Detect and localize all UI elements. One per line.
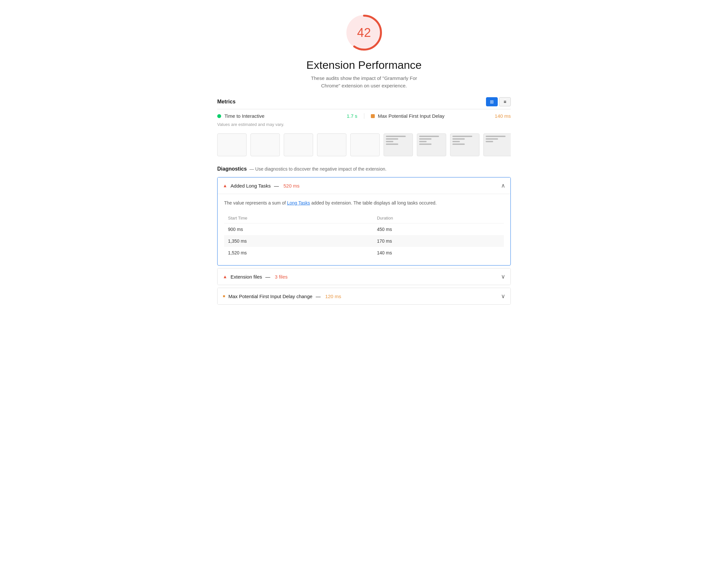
metrics-divider [364, 113, 364, 119]
fid-value: 140 ms [495, 113, 511, 119]
col-duration: Duration [373, 213, 504, 224]
thumb-line-13 [486, 136, 505, 137]
diagnostic-extension-files-value: 3 files [275, 274, 288, 280]
cell-duration-2: 170 ms [373, 235, 504, 247]
diagnostic-long-tasks-value: 520 ms [283, 183, 300, 188]
chevron-up-icon: ∧ [501, 182, 505, 189]
view-toggle: ⊞ ≡ [486, 97, 511, 106]
thumb-line-10 [452, 138, 465, 140]
diagnostic-long-tasks-dash: — [274, 183, 279, 188]
page-subtitle: These audits show the impact of "Grammar… [302, 75, 426, 89]
score-circle: 42 [344, 13, 384, 52]
diagnostic-left-3: ■ Max Potential First Input Delay change… [223, 294, 341, 299]
metric-tti: Time to Interactive 1.7 s [217, 113, 358, 119]
cell-duration-3: 140 ms [373, 247, 504, 259]
toggle-list-button[interactable]: ≡ [499, 97, 511, 106]
description-before: The value represents a sum of [224, 200, 287, 206]
fid-label: Max Potential First Input Delay [378, 113, 492, 119]
thumb-line-11 [452, 141, 460, 142]
thumbnail-2 [251, 133, 280, 156]
long-tasks-table: Start Time Duration 900 ms 450 ms 1,350 … [224, 213, 504, 259]
toggle-grid-button[interactable]: ⊞ [486, 97, 498, 106]
diagnostic-long-tasks-body: The value represents a sum of Long Tasks… [217, 194, 511, 265]
table-body: 900 ms 450 ms 1,350 ms 170 ms 1,520 ms 1… [224, 224, 504, 259]
fid-square-icon [371, 114, 375, 118]
metrics-title: Metrics [217, 99, 235, 105]
table-head: Start Time Duration [224, 213, 504, 224]
thumbnails-row [217, 133, 511, 156]
diagnostic-fid-change-name: Max Potential First Input Delay change [228, 294, 312, 299]
description-after: added by extension. The table displays a… [310, 200, 437, 206]
diagnostic-fid-change: ■ Max Potential First Input Delay change… [217, 288, 511, 305]
chevron-down-icon-2: ∨ [501, 273, 505, 280]
table-header-row: Start Time Duration [224, 213, 504, 224]
chevron-down-icon-3: ∨ [501, 293, 505, 300]
grid-icon: ⊞ [490, 99, 494, 104]
metrics-row: Time to Interactive 1.7 s Max Potential … [217, 113, 511, 119]
thumbnail-4 [317, 133, 346, 156]
long-tasks-link[interactable]: Long Tasks [287, 200, 310, 206]
thumb-line-2 [386, 138, 398, 140]
thumb-line-7 [419, 141, 426, 142]
thumb-line-3 [386, 141, 393, 142]
diagnostic-fid-change-dash: — [316, 294, 321, 299]
diagnostic-extension-files-header[interactable]: ▲ Extension files — 3 files ∨ [217, 268, 511, 285]
thumb-line-8 [419, 143, 432, 145]
table-row: 1,520 ms 140 ms [224, 247, 504, 259]
diagnostic-left: ▲ Added Long Tasks — 520 ms [223, 183, 300, 188]
table-row: 1,350 ms 170 ms [224, 235, 504, 247]
thumbnail-7 [417, 133, 446, 156]
thumbnail-1 [217, 133, 246, 156]
thumb-line-5 [419, 136, 439, 137]
thumb-line-6 [419, 138, 432, 140]
diagnostics-subtitle: — Use diagnostics to discover the negati… [250, 166, 387, 172]
col-start-time: Start Time [224, 213, 373, 224]
thumb-line-14 [486, 138, 498, 140]
table-row: 900 ms 450 ms [224, 224, 504, 236]
thumbnail-3 [284, 133, 313, 156]
values-note: Values are estimated and may vary. [217, 122, 511, 127]
warning-square-icon: ■ [223, 294, 225, 298]
cell-start-3: 1,520 ms [224, 247, 373, 259]
thumb-line-15 [486, 141, 493, 142]
thumb-line-9 [452, 136, 472, 137]
diagnostic-long-tasks: ▲ Added Long Tasks — 520 ms ∧ The value … [217, 177, 511, 265]
tti-label: Time to Interactive [225, 113, 343, 119]
warning-triangle-icon-2: ▲ [223, 274, 227, 279]
metric-fid: Max Potential First Input Delay 140 ms [371, 113, 511, 119]
score-section: 42 Extension Performance These audits sh… [217, 13, 511, 89]
diagnostics-section-header: Diagnostics — Use diagnostics to discove… [217, 166, 511, 172]
diagnostic-fid-change-value: 120 ms [325, 294, 341, 299]
thumb-line-12 [452, 143, 465, 145]
main-container: 42 Extension Performance These audits sh… [217, 13, 511, 305]
thumbnail-6 [384, 133, 413, 156]
tti-dot-icon [217, 114, 221, 118]
thumbnail-8 [450, 133, 479, 156]
thumb-line-1 [386, 136, 406, 137]
thumbnail-9 [484, 133, 511, 156]
diagnostic-fid-change-header[interactable]: ■ Max Potential First Input Delay change… [217, 288, 511, 304]
page-title: Extension Performance [306, 59, 421, 72]
list-icon: ≡ [503, 99, 506, 104]
diagnostic-extension-files: ▲ Extension files — 3 files ∨ [217, 268, 511, 285]
cell-duration-1: 450 ms [373, 224, 504, 236]
diagnostic-extension-files-name: Extension files [231, 274, 262, 280]
diagnostic-long-tasks-header[interactable]: ▲ Added Long Tasks — 520 ms ∧ [217, 178, 511, 194]
cell-start-1: 900 ms [224, 224, 373, 236]
diagnostic-long-tasks-description: The value represents a sum of Long Tasks… [224, 199, 504, 207]
thumbnail-5 [350, 133, 380, 156]
warning-triangle-icon: ▲ [223, 183, 227, 188]
diagnostic-left-2: ▲ Extension files — 3 files [223, 274, 288, 280]
tti-value: 1.7 s [347, 113, 358, 119]
score-value: 42 [357, 26, 371, 40]
metrics-section-header: Metrics ⊞ ≡ [217, 97, 511, 109]
diagnostic-extension-files-dash: — [265, 274, 270, 280]
thumb-line-4 [386, 143, 398, 145]
cell-start-2: 1,350 ms [224, 235, 373, 247]
diagnostics-title: Diagnostics [217, 166, 247, 172]
diagnostic-long-tasks-name: Added Long Tasks [231, 183, 271, 188]
